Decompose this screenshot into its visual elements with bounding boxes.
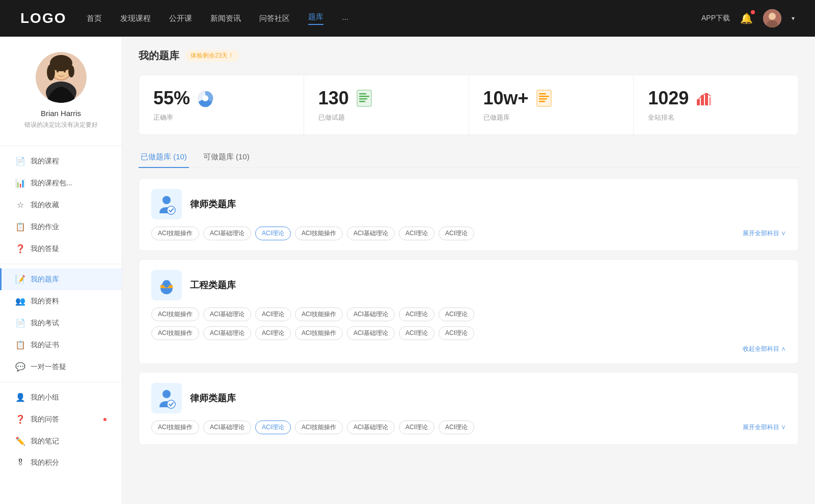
stat-accuracy-value: 55% [153,88,190,109]
tag-0-3[interactable]: ACI技能操作 [295,227,343,240]
nav-news[interactable]: 新闻资讯 [210,14,241,23]
tag-1-3[interactable]: ACI技能操作 [295,307,343,321]
nav-more[interactable]: ··· [342,14,348,23]
sidebar-label-favorites: 我的收藏 [31,201,59,210]
sidebar-item-profile-data[interactable]: 👥 我的资料 [0,290,122,312]
svg-point-28 [162,196,171,204]
tag-2-1[interactable]: ACI基础理论 [203,421,251,434]
tag-2-5[interactable]: ACI理论 [399,421,434,434]
tag2-1-1[interactable]: ACI基础理论 [203,326,251,340]
nav-home[interactable]: 首页 [87,14,102,23]
nav-discover[interactable]: 发现课程 [120,14,151,23]
sidebar: Brian Harris 错误的决定比没有决定要好 📄 我的课程 📊 我的课程包… [0,37,122,504]
nav-open-course[interactable]: 公开课 [169,14,192,23]
layout: Brian Harris 错误的决定比没有决定要好 📄 我的课程 📊 我的课程包… [0,37,815,504]
app-download-link[interactable]: APP下载 [701,14,730,23]
sidebar-item-qa-answer[interactable]: ❓ 我的答疑 [0,238,122,260]
svg-rect-17 [359,98,367,100]
favorites-icon: ☆ [15,200,25,210]
qbank-header-0: 律师类题库 [151,189,786,219]
sidebar-item-favorites[interactable]: ☆ 我的收藏 [0,194,122,216]
sidebar-label-qbank: 我的题库 [31,275,59,284]
collapse-link-1[interactable]: 收起全部科目 ∧ [743,345,786,352]
qbank-item-1: 工程类题库 ACI技能操作 ACI基础理论 ACI理论 ACI技能操作 ACI基… [139,259,799,364]
sidebar-item-notes[interactable]: ✏️ 我的笔记 [0,430,122,452]
tag-1-2[interactable]: ACI理论 [255,307,291,321]
stat-accuracy: 55% 正确率 [139,75,304,134]
qbank-header-1: 工程类题库 [151,270,786,300]
svg-rect-23 [539,101,545,102]
sidebar-item-exam[interactable]: 📄 我的考试 [0,312,122,334]
certificate-icon: 📋 [15,340,25,350]
sidebar-label-my-qa: 我的问答 [31,415,59,424]
nav-qa[interactable]: 问答社区 [259,14,290,23]
notification-bell[interactable]: 🔔 [740,12,753,24]
tag-0-1[interactable]: ACI基础理论 [203,227,251,240]
sidebar-item-group[interactable]: 👤 我的小组 [0,386,122,408]
qbank-icon-lawyer-0 [151,189,182,219]
expand-link-0[interactable]: 展开全部科目 ∨ [743,229,786,238]
tag2-1-5[interactable]: ACI理论 [399,326,434,340]
qbank-icon-engineer-1 [151,270,182,300]
tag-2-4[interactable]: ACI基础理论 [347,421,395,434]
main-nav: 首页 发现课程 公开课 新闻资讯 问答社区 题库 ··· [87,12,681,25]
sidebar-label-homework: 我的作业 [31,222,59,232]
one-on-one-icon: 💬 [15,362,25,372]
tag-0-4[interactable]: ACI基础理论 [347,227,395,240]
sidebar-divider-2 [0,264,122,264]
sidebar-item-one-on-one[interactable]: 💬 一对一答疑 [0,356,122,378]
course-icon: 📄 [15,156,25,166]
tag-1-4[interactable]: ACI基础理论 [347,307,395,321]
svg-rect-21 [539,96,549,97]
tag2-1-0[interactable]: ACI技能操作 [151,326,199,340]
sidebar-item-qbank[interactable]: 📝 我的题库 [0,268,122,290]
course-package-icon: 📊 [15,178,25,188]
tag2-1-6[interactable]: ACI理论 [439,326,474,340]
tag-2-0[interactable]: ACI技能操作 [151,421,199,434]
tab-available[interactable]: 可做题库 (10) [201,147,252,168]
svg-rect-24 [697,99,700,105]
tag-2-2[interactable]: ACI理论 [255,421,291,434]
notes-icon: ✏️ [15,436,25,446]
sidebar-label-certificate: 我的证书 [31,341,59,350]
svg-point-8 [47,64,55,80]
sidebar-item-my-qa[interactable]: ❓ 我的问答 [0,408,122,430]
tag-2-6[interactable]: ACI理论 [439,421,474,434]
tag-0-2[interactable]: ACI理论 [255,227,291,240]
sidebar-item-course-package[interactable]: 📊 我的课程包... [0,172,122,194]
qbank-name-2: 律师类题库 [190,392,236,404]
svg-rect-16 [359,96,369,97]
nav-qbank[interactable]: 题库 [308,12,323,25]
tag-1-6[interactable]: ACI理论 [439,307,474,321]
tabs-row: 已做题库 (10) 可做题库 (10) [139,147,799,168]
stat-banks-value: 10w+ [483,88,529,109]
sidebar-item-points[interactable]: 🎖 我的积分 [0,452,122,473]
sidebar-item-course[interactable]: 📄 我的课程 [0,150,122,172]
sidebar-item-certificate[interactable]: 📋 我的证书 [0,334,122,356]
user-menu-chevron[interactable]: ▾ [792,15,795,22]
qbank-item-2: 律师类题库 ACI技能操作 ACI基础理论 ACI理论 ACI技能操作 ACI基… [139,372,799,445]
tag-0-5[interactable]: ACI理论 [399,227,434,240]
sidebar-label-course-package: 我的课程包... [31,179,72,188]
sidebar-item-homework[interactable]: 📋 我的作业 [0,216,122,238]
tag-1-1[interactable]: ACI基础理论 [203,307,251,321]
tag-0-0[interactable]: ACI技能操作 [151,227,199,240]
tag2-1-4[interactable]: ACI基础理论 [347,326,395,340]
sidebar-label-exam: 我的考试 [31,319,59,328]
svg-point-9 [68,65,74,77]
tab-done[interactable]: 已做题库 (10) [139,147,189,168]
tag2-1-2[interactable]: ACI理论 [255,326,291,340]
tag-1-0[interactable]: ACI技能操作 [151,307,199,321]
stat-questions-label: 已做试题 [318,113,454,122]
tag-0-6[interactable]: ACI理论 [439,227,474,240]
qbank-header-2: 律师类题库 [151,383,786,413]
tag-1-5[interactable]: ACI理论 [399,307,434,321]
points-icon: 🎖 [15,458,25,467]
expand-link-2[interactable]: 展开全部科目 ∨ [743,423,786,432]
user-avatar[interactable] [763,9,781,27]
tag-2-3[interactable]: ACI技能操作 [295,421,343,434]
page-header: 我的题库 体验剩余23天！ [139,49,799,63]
svg-rect-18 [359,101,365,102]
stat-questions-value: 130 [318,88,349,109]
tag2-1-3[interactable]: ACI技能操作 [295,326,343,340]
